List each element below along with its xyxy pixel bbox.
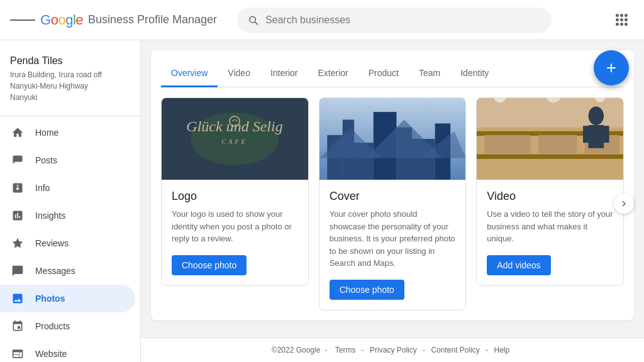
- posts-icon: [10, 153, 25, 168]
- sidebar-divider: [0, 116, 140, 116]
- video-card: Video Use a video to tell the story of y…: [476, 97, 624, 286]
- sidebar-item-label: Home: [35, 128, 58, 138]
- hamburger-icon: [10, 19, 18, 21]
- cover-card: Cover Your cover photo should showcase t…: [319, 97, 467, 310]
- sidebar-item-label: Website: [35, 349, 67, 359]
- svg-point-22: [589, 107, 604, 125]
- cards-row: Glück und Selig CAFE Logo Your logo is u…: [161, 97, 624, 310]
- apps-button[interactable]: [609, 8, 634, 33]
- svg-rect-24: [583, 126, 591, 143]
- google-logo: Google Business Profile Manager: [40, 12, 217, 28]
- business-name: Penda Tiles: [0, 45, 140, 69]
- tabs-bar: Overview Video Interior Exterior Product…: [161, 60, 624, 87]
- tab-interior[interactable]: Interior: [260, 60, 308, 87]
- cover-card-title: Cover: [330, 190, 456, 203]
- app-name: Business Profile Manager: [88, 13, 217, 26]
- sidebar-item-label: Posts: [35, 155, 57, 165]
- menu-button[interactable]: [10, 8, 35, 33]
- tab-video[interactable]: Video: [218, 60, 260, 87]
- logo-card: Glück und Selig CAFE Logo Your logo is u…: [161, 97, 309, 286]
- video-image: [477, 98, 623, 180]
- sidebar-item-label: Reviews: [35, 238, 69, 248]
- sidebar-item-photos[interactable]: Photos: [0, 285, 135, 312]
- footer: ©2022 Google - Terms - Privacy Policy - …: [141, 337, 644, 362]
- logo-card-desc: Your logo is used to show your identity …: [172, 208, 298, 245]
- video-card-title: Video: [487, 190, 613, 203]
- video-card-desc: Use a video to tell the story of your bu…: [487, 208, 613, 245]
- cover-image: [319, 98, 466, 180]
- footer-privacy-link[interactable]: Privacy Policy: [370, 346, 417, 354]
- tab-overview[interactable]: Overview: [161, 60, 218, 87]
- sidebar-item-insights[interactable]: Insights: [0, 202, 135, 229]
- sidebar-item-label: Products: [35, 321, 70, 331]
- sidebar-item-label: Info: [35, 183, 50, 193]
- svg-text:CAFE: CAFE: [222, 138, 248, 145]
- svg-rect-19: [485, 135, 531, 153]
- sidebar-item-label: Messages: [35, 266, 75, 276]
- sidebar-item-reviews[interactable]: Reviews: [0, 229, 135, 257]
- search-icon: [247, 14, 259, 26]
- cover-illustration: [319, 98, 466, 180]
- video-card-body: Video Use a video to tell the story of y…: [477, 180, 623, 285]
- info-icon: [10, 180, 25, 195]
- choose-photo-logo-button[interactable]: Choose photo: [172, 255, 247, 275]
- reviews-icon: [10, 236, 25, 251]
- sidebar-item-label: Photos: [35, 293, 65, 304]
- photo-section: Overview Video Interior Exterior Product…: [151, 50, 634, 321]
- sidebar-item-website[interactable]: Website: [0, 340, 135, 362]
- main-content: Overview Video Interior Exterior Product…: [141, 40, 644, 362]
- home-icon: [10, 125, 25, 140]
- tab-product[interactable]: Product: [358, 60, 409, 87]
- add-fab-button[interactable]: +: [594, 50, 629, 85]
- copyright: ©2022 Google: [272, 346, 321, 354]
- header: Google Business Profile Manager: [0, 0, 644, 40]
- products-icon: [10, 319, 25, 334]
- tab-team[interactable]: Team: [409, 60, 450, 87]
- video-illustration: [477, 98, 623, 180]
- messages-icon: [10, 263, 25, 278]
- business-address: Irura Building, Irura road off Nanyuki-M…: [0, 69, 140, 113]
- tab-exterior[interactable]: Exterior: [308, 60, 358, 87]
- footer-content-policy-link[interactable]: Content Policy: [431, 346, 479, 354]
- cards-wrapper: Glück und Selig CAFE Logo Your logo is u…: [161, 97, 624, 310]
- main-layout: Penda Tiles Irura Building, Irura road o…: [0, 40, 644, 362]
- choose-photo-cover-button[interactable]: Choose photo: [330, 280, 404, 300]
- tab-identity[interactable]: Identity: [450, 60, 499, 87]
- logo-illustration: Glück und Selig CAFE: [184, 107, 285, 170]
- grid-icon: [616, 14, 628, 26]
- cover-card-desc: Your cover photo should showcase the per…: [330, 208, 456, 270]
- footer-help-link[interactable]: Help: [494, 346, 509, 354]
- search-input[interactable]: [265, 14, 541, 26]
- next-arrow-button[interactable]: [614, 194, 634, 214]
- svg-rect-17: [477, 154, 623, 158]
- search-bar: [237, 8, 552, 33]
- photos-icon: [10, 291, 25, 306]
- sidebar-item-posts[interactable]: Posts: [0, 146, 135, 174]
- header-right: [609, 8, 634, 33]
- hamburger-icon: [27, 19, 35, 21]
- footer-terms-link[interactable]: Terms: [335, 346, 356, 354]
- website-icon: [10, 346, 25, 361]
- logo-card-title: Logo: [172, 190, 298, 203]
- add-videos-button[interactable]: Add videos: [487, 255, 550, 275]
- sidebar-item-products[interactable]: Products: [0, 312, 135, 340]
- logo-image: Glück und Selig CAFE: [162, 98, 308, 180]
- sidebar: Penda Tiles Irura Building, Irura road o…: [0, 40, 141, 362]
- cover-card-body: Cover Your cover photo should showcase t…: [319, 180, 466, 310]
- sidebar-item-label: Insights: [35, 211, 65, 221]
- plus-icon: +: [606, 58, 616, 78]
- sidebar-item-messages[interactable]: Messages: [0, 257, 135, 285]
- logo-card-body: Logo Your logo is used to show your iden…: [162, 180, 308, 285]
- svg-rect-20: [538, 135, 577, 153]
- sidebar-item-home[interactable]: Home: [0, 119, 135, 146]
- hamburger-icon: [18, 19, 26, 21]
- sidebar-item-info[interactable]: Info: [0, 174, 135, 202]
- insights-icon: [10, 208, 25, 223]
- svg-rect-25: [602, 126, 609, 143]
